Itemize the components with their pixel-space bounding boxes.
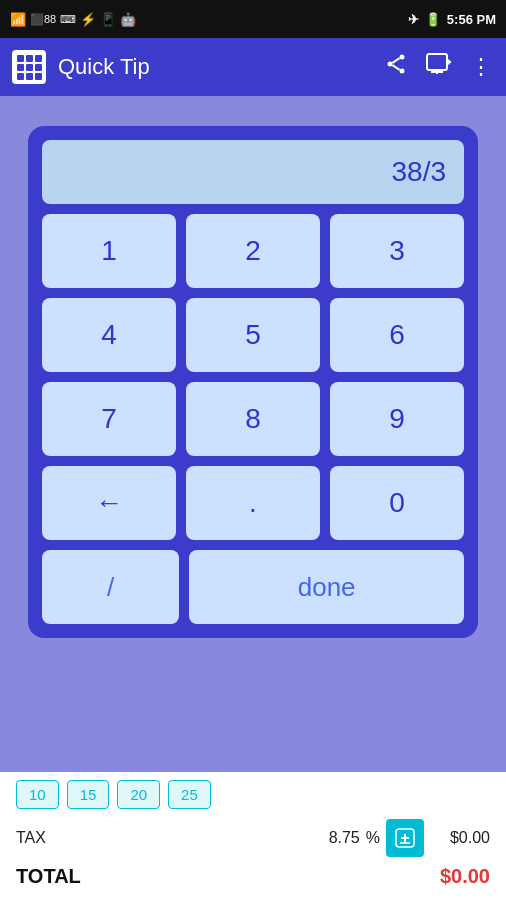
- bottom-row: / done: [42, 550, 464, 624]
- tax-amount: $0.00: [430, 829, 490, 847]
- main-content: 38/3 1 2 3 4 5 6 7 8 9 ← . 0 / done 10 1…: [0, 96, 506, 900]
- done-button[interactable]: done: [189, 550, 464, 624]
- svg-line-4: [392, 65, 399, 70]
- keypad-grid: 1 2 3 4 5 6 7 8 9 ← . 0: [42, 214, 464, 540]
- bottom-sheet: 10 15 20 25 TAX 8.75 % $0.00 TOTAL $0.: [0, 772, 506, 900]
- android-icon: 🤖: [120, 12, 136, 27]
- tip-btn-25[interactable]: 25: [168, 780, 211, 809]
- share-icon[interactable]: [384, 52, 408, 82]
- svg-line-3: [392, 58, 399, 63]
- key-1[interactable]: 1: [42, 214, 176, 288]
- phone-icon: 📱: [100, 12, 116, 27]
- dev-icon: ⌨: [60, 13, 76, 26]
- key-divide[interactable]: /: [42, 550, 179, 624]
- key-4[interactable]: 4: [42, 298, 176, 372]
- calculator-panel: 38/3 1 2 3 4 5 6 7 8 9 ← . 0 / done: [28, 126, 478, 638]
- display-value: 38/3: [392, 156, 447, 188]
- status-right: ✈ 🔋 5:56 PM: [408, 12, 496, 27]
- key-7[interactable]: 7: [42, 382, 176, 456]
- total-label: TOTAL: [16, 865, 81, 888]
- key-backspace[interactable]: ←: [42, 466, 176, 540]
- key-8[interactable]: 8: [186, 382, 320, 456]
- key-0[interactable]: 0: [330, 466, 464, 540]
- svg-point-2: [400, 69, 405, 74]
- more-menu-icon[interactable]: ⋮: [470, 56, 494, 78]
- tax-percent-sign: %: [366, 829, 380, 847]
- key-3[interactable]: 3: [330, 214, 464, 288]
- battery-icon: 🔋: [425, 12, 441, 27]
- svg-rect-5: [427, 54, 447, 70]
- app-icon: [12, 50, 46, 84]
- battery-charging-icon: ⬛88: [30, 13, 56, 26]
- tip-btn-15[interactable]: 15: [67, 780, 110, 809]
- svg-point-1: [388, 62, 393, 67]
- app-title: Quick Tip: [58, 54, 372, 80]
- tip-btn-10[interactable]: 10: [16, 780, 59, 809]
- time-display: 5:56 PM: [447, 12, 496, 27]
- total-amount: $0.00: [440, 865, 490, 888]
- key-decimal[interactable]: .: [186, 466, 320, 540]
- signal-icon: 📶: [10, 12, 26, 27]
- add-screen-icon[interactable]: [426, 52, 452, 82]
- key-5[interactable]: 5: [186, 298, 320, 372]
- airplane-icon: ✈: [408, 12, 419, 27]
- status-bar: 📶 ⬛88 ⌨ ⚡ 📱 🤖 ✈ 🔋 5:56 PM: [0, 0, 506, 38]
- usb-icon: ⚡: [80, 12, 96, 27]
- key-9[interactable]: 9: [330, 382, 464, 456]
- calc-display: 38/3: [42, 140, 464, 204]
- total-row: TOTAL $0.00: [16, 865, 490, 888]
- tax-label: TAX: [16, 829, 66, 847]
- status-left: 📶 ⬛88 ⌨ ⚡ 📱 🤖: [10, 12, 136, 27]
- app-bar: Quick Tip ⋮: [0, 38, 506, 96]
- svg-point-0: [400, 55, 405, 60]
- key-6[interactable]: 6: [330, 298, 464, 372]
- tax-value: 8.75: [72, 829, 360, 847]
- key-2[interactable]: 2: [186, 214, 320, 288]
- app-bar-actions: ⋮: [384, 52, 494, 82]
- tip-btn-20[interactable]: 20: [117, 780, 160, 809]
- tip-buttons-row: 10 15 20 25: [16, 780, 490, 809]
- tax-row: TAX 8.75 % $0.00: [16, 819, 490, 857]
- calculator-grid-icon: [17, 55, 42, 80]
- edit-tax-button[interactable]: [386, 819, 424, 857]
